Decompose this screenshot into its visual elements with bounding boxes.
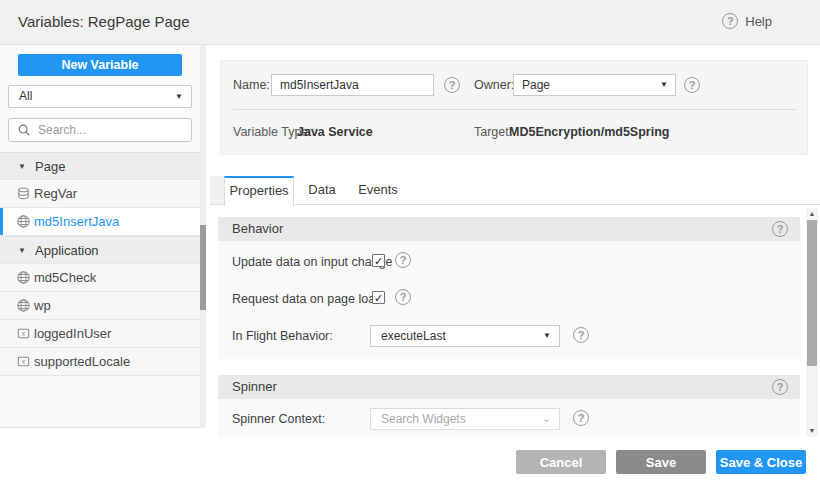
properties-tab-content: Behavior Update data on input change Req… [210, 205, 806, 437]
behavior-help-icon[interactable] [772, 221, 788, 237]
caret-down-icon: ▼ [18, 246, 35, 255]
target-label: Target: [474, 125, 512, 139]
service-icon [16, 214, 32, 230]
update-data-label: Update data on input change [232, 255, 393, 269]
service-icon [16, 270, 32, 286]
tab-data[interactable]: Data [294, 176, 350, 205]
tree-item-md5check[interactable]: md5Check [0, 264, 200, 292]
tree-item-wp[interactable]: wp [0, 292, 200, 320]
tree-item-md5insertjava[interactable]: md5InsertJava [0, 208, 200, 236]
chevron-down-icon: ▼ [660, 75, 668, 95]
spinner-context-help-icon[interactable] [573, 410, 589, 426]
name-help-icon[interactable] [444, 77, 460, 93]
variables-sidebar: New Variable All ▼ ▼ Page RegVar [0, 45, 200, 428]
database-icon [16, 186, 32, 202]
svg-text:x: x [22, 330, 26, 337]
request-data-label: Request data on page load [232, 292, 382, 306]
tree-group-application[interactable]: ▼ Application [0, 236, 200, 264]
tab-bar-spacer [210, 176, 224, 205]
in-flight-label: In Flight Behavior: [232, 329, 333, 343]
variable-icon: x [16, 326, 32, 342]
in-flight-select[interactable]: executeLast ▼ [370, 325, 560, 347]
dialog-header: Variables: RegPage Page Help [0, 0, 820, 45]
update-data-help-icon[interactable] [395, 252, 411, 268]
variable-filter-select[interactable]: All ▼ [8, 85, 192, 108]
help-label: Help [745, 14, 772, 29]
panel-divider [233, 109, 797, 110]
spinner-section-body: Spinner Context: Search Widgets ⌄ [218, 399, 800, 437]
behavior-section-title: Behavior [232, 221, 283, 236]
page-title: Variables: RegPage Page [18, 13, 190, 30]
owner-selected-value: Page [522, 78, 550, 92]
search-icon [17, 123, 32, 138]
target-value: MD5Encryption/md5Spring [509, 125, 669, 139]
chevron-down-icon: ▼ [543, 326, 551, 346]
owner-select[interactable]: Page ▼ [513, 74, 676, 96]
in-flight-help-icon[interactable] [573, 327, 589, 343]
tree-item-label: md5Check [34, 270, 96, 285]
tab-properties[interactable]: Properties [224, 176, 294, 206]
variables-dialog: Variables: RegPage Page Help New Variabl… [0, 0, 820, 487]
content-scrollbar-thumb[interactable] [807, 220, 817, 366]
tree-item-supportedlocale[interactable]: x supportedLocale [0, 348, 200, 376]
spinner-context-placeholder: Search Widgets [381, 412, 466, 426]
request-data-checkbox[interactable] [372, 291, 385, 304]
request-data-help-icon[interactable] [395, 289, 411, 305]
tree-item-label: loggedInUser [34, 326, 111, 341]
tab-bar: Properties Data Events [210, 176, 820, 205]
sidebar-scrollbar-thumb[interactable] [200, 225, 206, 310]
variable-icon: x [16, 354, 32, 370]
group-label: Page [35, 159, 65, 174]
group-label: Application [35, 243, 99, 258]
scroll-up-arrow-icon[interactable]: ▲ [806, 208, 818, 220]
cancel-button[interactable]: Cancel [516, 450, 606, 474]
tab-events[interactable]: Events [350, 176, 406, 205]
owner-help-icon[interactable] [684, 77, 700, 93]
tree-group-page[interactable]: ▼ Page [0, 152, 200, 180]
spinner-section-header: Spinner [218, 375, 800, 399]
save-button[interactable]: Save [616, 450, 706, 474]
spinner-section-title: Spinner [232, 379, 277, 394]
variable-type-value: Java Service [297, 125, 373, 139]
content-scrollbar[interactable]: ▲ ▼ [806, 208, 818, 437]
spinner-help-icon[interactable] [772, 379, 788, 395]
tree-item-label: md5InsertJava [34, 214, 119, 229]
update-data-checkbox[interactable] [372, 254, 385, 267]
new-variable-button[interactable]: New Variable [18, 54, 182, 76]
save-close-button[interactable]: Save & Close [716, 450, 806, 474]
chevron-down-icon: ⌄ [542, 408, 551, 428]
help-circle-icon [722, 13, 738, 29]
spinner-context-select[interactable]: Search Widgets ⌄ [370, 408, 560, 430]
sidebar-scrollbar[interactable] [200, 45, 206, 428]
search-input[interactable] [38, 123, 183, 137]
behavior-section-header: Behavior [218, 217, 800, 241]
tree-item-loggedinuser[interactable]: x loggedInUser [0, 320, 200, 348]
in-flight-selected-value: executeLast [381, 329, 446, 343]
filter-selected-value: All [19, 89, 32, 103]
svg-text:x: x [22, 358, 26, 365]
service-icon [16, 298, 32, 314]
variables-tree: ▼ Page RegVar md5InsertJava ▼ Applicatio… [0, 152, 200, 376]
variable-summary-panel: Name:* Owner:* Page ▼ Variable Type: Jav… [220, 60, 808, 155]
tree-item-label: RegVar [34, 186, 77, 201]
behavior-section-body: Update data on input change Request data… [218, 241, 800, 359]
caret-down-icon: ▼ [18, 162, 35, 171]
tree-item-regvar[interactable]: RegVar [0, 180, 200, 208]
name-input[interactable] [271, 74, 434, 96]
spinner-context-label: Spinner Context: [232, 412, 325, 426]
tree-item-label: wp [34, 298, 51, 313]
tree-item-label: supportedLocale [34, 354, 130, 369]
footer-bar: Cancel Save Save & Close [210, 437, 820, 487]
chevron-down-icon: ▼ [175, 86, 183, 107]
help-button[interactable]: Help [722, 13, 772, 29]
scroll-down-arrow-icon[interactable]: ▼ [806, 425, 818, 437]
variable-search[interactable] [8, 118, 192, 142]
